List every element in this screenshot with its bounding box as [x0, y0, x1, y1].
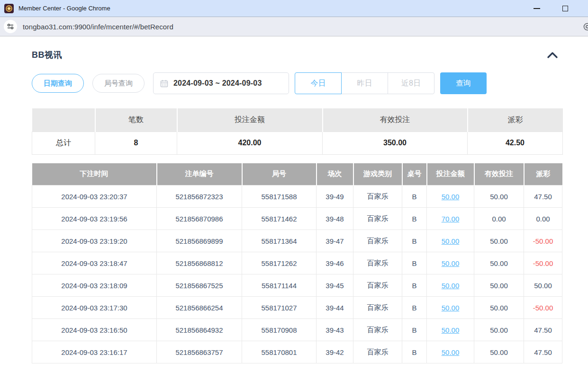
table-no-cell: B	[402, 274, 427, 297]
summary-header-blank	[32, 108, 95, 132]
round-no-cell: 558171027	[242, 297, 317, 319]
payout-cell: 50.00	[524, 274, 562, 297]
date-range-input[interactable]: 2024-09-03 ~ 2024-09-03	[153, 72, 289, 94]
round-no-cell: 558171588	[242, 186, 317, 208]
summary-valid-bet-value: 350.00	[323, 132, 468, 154]
column-header-round-no: 局号	[242, 163, 317, 186]
column-header-valid-bet: 有效投注	[474, 163, 524, 186]
bet-time-cell: 2024-09-03 23:19:56	[32, 208, 157, 230]
site-favicon	[4, 4, 14, 13]
session-cell: 39-44	[317, 297, 353, 319]
round-query-tab[interactable]: 局号查询	[92, 74, 145, 93]
table-no-cell: B	[402, 252, 427, 274]
bet-amount-link[interactable]: 50.00	[442, 304, 460, 312]
last-8-days-button[interactable]: 近8日	[388, 72, 434, 94]
summary-table: 笔数 投注金额 有效投注 派彩 总计 8 420.00 350.00 42.50	[32, 108, 563, 155]
valid-bet-cell: 50.00	[474, 341, 524, 363]
order-no-cell: 521856863757	[157, 341, 242, 363]
order-no-cell: 521856872323	[157, 186, 242, 208]
address-bar[interactable]: tongbao31.com:9900/infe/mcenter/#/betRec…	[0, 17, 588, 36]
session-cell: 39-47	[317, 230, 353, 252]
bet-amount-link[interactable]: 50.00	[442, 237, 460, 245]
column-header-bet-amount: 投注金额	[427, 163, 474, 186]
bet-amount-cell: 50.00	[427, 274, 474, 297]
column-header-bet-time: 下注时间	[32, 163, 157, 186]
bet-amount-link[interactable]: 50.00	[442, 282, 460, 290]
table-row: 2024-09-03 23:16:17521856863757558170801…	[32, 341, 562, 363]
window-title: Member Center - Google Chrome	[18, 5, 110, 12]
quick-range-group: 今日 昨日 近8日	[295, 72, 434, 94]
order-no-cell: 521856869899	[157, 230, 242, 252]
order-no-cell: 521856864932	[157, 319, 242, 341]
valid-bet-cell: 50.00	[474, 186, 524, 208]
site-settings-icon[interactable]	[4, 20, 17, 33]
bet-amount-link[interactable]: 50.00	[442, 259, 460, 267]
round-no-cell: 558171262	[242, 252, 317, 274]
table-row: 2024-09-03 23:20:37521856872323558171588…	[32, 186, 562, 208]
valid-bet-cell: 0.00	[474, 208, 524, 230]
order-no-cell: 521856867525	[157, 274, 242, 297]
payout-cell: -50.00	[524, 297, 562, 319]
summary-bet-amount-value: 420.00	[177, 132, 323, 154]
search-button[interactable]: 查询	[440, 72, 487, 94]
summary-header-payout: 派彩	[468, 108, 563, 132]
bet-time-cell: 2024-09-03 23:18:47	[32, 252, 157, 274]
round-no-cell: 558171144	[242, 274, 317, 297]
window-controls	[519, 0, 576, 17]
summary-payout-value: 42.50	[468, 132, 563, 154]
yesterday-button[interactable]: 昨日	[341, 72, 388, 94]
valid-bet-cell: 50.00	[474, 252, 524, 274]
game-type-cell: 百家乐	[353, 274, 402, 297]
address-bar-right-icon[interactable]	[583, 23, 588, 31]
payout-cell: -50.00	[524, 252, 562, 274]
payout-cell: 47.50	[524, 186, 562, 208]
session-cell: 39-45	[317, 274, 353, 297]
game-type-cell: 百家乐	[353, 230, 402, 252]
summary-header-count: 笔数	[95, 108, 177, 132]
bet-amount-cell: 50.00	[427, 319, 474, 341]
bet-amount-link[interactable]: 50.00	[442, 193, 460, 201]
url-text[interactable]: tongbao31.com:9900/infe/mcenter/#/betRec…	[23, 23, 173, 31]
column-header-payout: 派彩	[524, 163, 562, 186]
table-row: 2024-09-03 23:18:09521856867525558171144…	[32, 274, 562, 297]
game-type-cell: 百家乐	[353, 208, 402, 230]
minimize-button[interactable]	[526, 0, 548, 17]
bet-time-cell: 2024-09-03 23:16:17	[32, 341, 157, 363]
bet-amount-cell: 50.00	[427, 297, 474, 319]
valid-bet-cell: 50.00	[474, 274, 524, 297]
today-button[interactable]: 今日	[295, 72, 342, 94]
table-row: 2024-09-03 23:16:50521856864932558170908…	[32, 319, 562, 341]
summary-total-row: 总计 8 420.00 350.00 42.50	[32, 132, 563, 154]
bet-amount-cell: 70.00	[427, 208, 474, 230]
round-no-cell: 558170908	[242, 319, 317, 341]
game-type-cell: 百家乐	[353, 186, 402, 208]
bet-amount-cell: 50.00	[427, 252, 474, 274]
session-cell: 39-48	[317, 208, 353, 230]
date-query-tab[interactable]: 日期查询	[32, 74, 84, 93]
game-type-cell: 百家乐	[353, 297, 402, 319]
table-row: 2024-09-03 23:17:30521856866254558171027…	[32, 297, 562, 319]
valid-bet-cell: 50.00	[474, 319, 524, 341]
bet-amount-link[interactable]: 50.00	[442, 326, 460, 334]
game-type-cell: 百家乐	[353, 341, 402, 363]
maximize-button[interactable]	[554, 0, 576, 17]
bet-amount-link[interactable]: 70.00	[442, 215, 460, 223]
round-no-cell: 558170801	[242, 341, 317, 363]
bet-amount-cell: 50.00	[427, 186, 474, 208]
collapse-chevron-up-icon[interactable]	[546, 51, 559, 59]
maximize-icon	[562, 6, 568, 11]
column-header-game-type: 游戏类别	[353, 163, 402, 186]
tune-icon	[7, 23, 14, 30]
summary-header-bet-amount: 投注金额	[177, 108, 323, 132]
bet-amount-cell: 50.00	[427, 230, 474, 252]
column-header-order-no: 注单编号	[157, 163, 242, 186]
table-no-cell: B	[402, 230, 427, 252]
column-header-session: 场次	[317, 163, 353, 186]
filter-toolbar: 日期查询 局号查询 2024-09-03 ~ 2024-09-03 今日	[32, 72, 562, 94]
bet-amount-link[interactable]: 50.00	[442, 348, 460, 356]
table-row: 2024-09-03 23:19:56521856870986558171462…	[32, 208, 562, 230]
table-no-cell: B	[402, 208, 427, 230]
bet-time-cell: 2024-09-03 23:16:50	[32, 319, 157, 341]
order-no-cell: 521856868812	[157, 252, 242, 274]
table-row: 2024-09-03 23:19:20521856869899558171364…	[32, 230, 562, 252]
